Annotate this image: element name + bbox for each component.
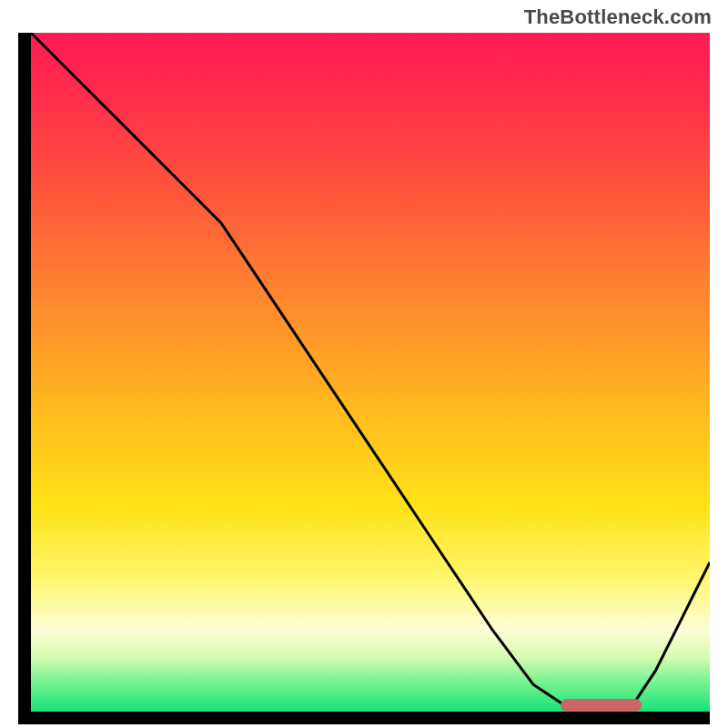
plot-frame bbox=[18, 33, 710, 724]
optimal-range-marker bbox=[561, 699, 642, 712]
watermark-label: TheBottleneck.com bbox=[524, 5, 712, 29]
plot-inner bbox=[31, 33, 710, 712]
heat-gradient-background bbox=[31, 33, 710, 712]
chart-container: TheBottleneck.com bbox=[0, 0, 728, 728]
